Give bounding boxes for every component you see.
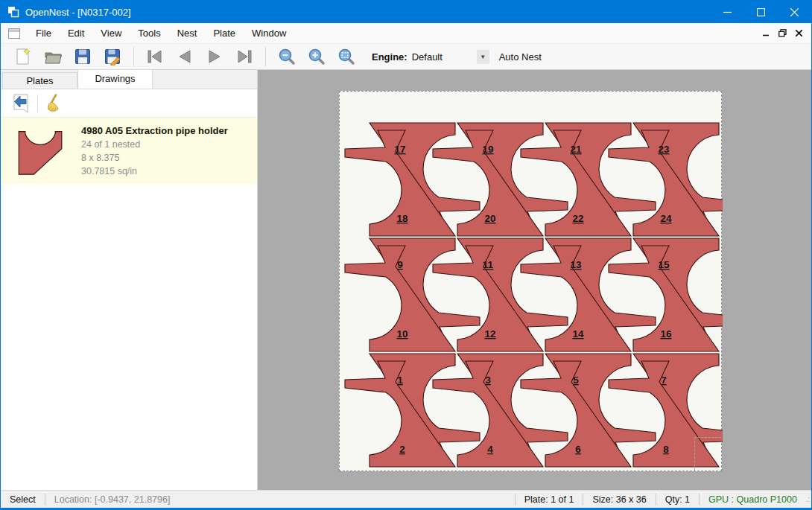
next-plate-button[interactable] <box>203 46 226 67</box>
nested-pair[interactable]: 34 <box>433 354 568 467</box>
main-area: Plates Drawings <box>1 70 811 490</box>
save-icon <box>74 48 92 66</box>
menu-bar: File Edit View Tools Nest Plate Window <box>1 23 811 43</box>
nest-canvas[interactable]: 171819202122232491011121314151612345678 <box>258 70 811 490</box>
title-bar: OpenNest - [N0317-002] <box>1 1 811 23</box>
document-back-arrow-icon <box>12 94 30 113</box>
drawings-list-empty-area <box>1 184 257 490</box>
nested-pair[interactable]: 2122 <box>521 123 656 236</box>
main-toolbar: Engine: Default ▼ Auto Nest <box>1 43 811 70</box>
nested-pair[interactable]: 910 <box>345 238 480 351</box>
mdi-close-button[interactable] <box>790 26 807 41</box>
nested-pair[interactable]: 2324 <box>609 123 723 236</box>
drawing-list-item[interactable]: 4980 A05 Extraction pipe holder 24 of 1 … <box>1 117 257 184</box>
part-number-label: 3 <box>485 374 491 386</box>
nested-pair[interactable]: 56 <box>521 354 656 467</box>
menu-plate[interactable]: Plate <box>205 24 244 42</box>
open-button[interactable] <box>42 46 64 67</box>
nested-pair[interactable]: 1516 <box>609 238 723 351</box>
minimize-button[interactable] <box>711 1 744 23</box>
zoom-out-button[interactable] <box>276 46 298 67</box>
menu-edit[interactable]: Edit <box>60 24 92 42</box>
chevron-down-icon[interactable]: ▼ <box>477 50 489 64</box>
new-document-icon <box>14 48 32 66</box>
part-number-label: 10 <box>396 328 407 340</box>
nested-pair[interactable]: 1314 <box>521 238 656 351</box>
menu-nest[interactable]: Nest <box>169 24 206 42</box>
part-number-label: 23 <box>658 144 670 155</box>
left-panel: Plates Drawings <box>1 70 258 490</box>
drawing-area: 30.7815 sq/in <box>81 166 228 176</box>
part-number-label: 4 <box>487 444 493 455</box>
mdi-restore-button[interactable] <box>774 26 790 41</box>
last-plate-button[interactable] <box>233 46 256 67</box>
menu-file[interactable]: File <box>28 24 60 42</box>
status-gpu: GPU : Quadro P1000 <box>700 494 806 505</box>
next-arrow-icon <box>206 49 223 64</box>
mdi-minimize-button[interactable] <box>758 26 774 41</box>
part-number-label: 5 <box>573 374 579 386</box>
part-thumbnail <box>11 124 71 178</box>
auto-nest-button[interactable]: Auto Nest <box>492 48 548 66</box>
first-plate-button[interactable] <box>144 46 166 67</box>
tab-strip: Plates Drawings <box>1 70 257 89</box>
last-arrow-icon <box>235 49 253 64</box>
zoom-out-icon <box>278 48 296 66</box>
menu-view[interactable]: View <box>92 24 130 42</box>
part-number-label: 20 <box>484 213 495 224</box>
part-number-label: 24 <box>660 213 672 224</box>
engine-value: Default <box>412 51 477 63</box>
part-number-label: 6 <box>575 444 581 455</box>
clear-button[interactable] <box>44 93 65 114</box>
status-plate: Plate: 1 of 1 <box>516 494 583 505</box>
zoom-in-icon <box>308 48 326 66</box>
menu-tools[interactable]: Tools <box>130 24 168 42</box>
nested-pair[interactable]: 1718 <box>345 123 480 236</box>
part-number-label: 16 <box>660 328 672 340</box>
maximize-button[interactable] <box>744 1 778 23</box>
engine-label: Engine: <box>372 51 407 63</box>
part-number-label: 2 <box>399 444 405 455</box>
tab-plates[interactable]: Plates <box>2 72 77 89</box>
new-nest-button[interactable] <box>12 46 34 67</box>
part-number-label: 18 <box>396 213 408 224</box>
offcut-marker <box>694 437 721 471</box>
plate[interactable]: 171819202122232491011121314151612345678 <box>339 91 722 471</box>
part-number-label: 13 <box>570 259 582 270</box>
part-number-label: 19 <box>482 144 493 155</box>
zoom-in-button[interactable] <box>305 46 328 67</box>
drawing-size: 8 x 8.375 <box>81 153 228 163</box>
part-number-label: 12 <box>484 328 495 340</box>
engine-select[interactable]: Default ▼ <box>412 49 489 65</box>
status-size: Size: 36 x 36 <box>583 494 655 505</box>
nested-pair[interactable]: 1920 <box>433 123 568 236</box>
save-as-button[interactable] <box>101 46 124 67</box>
zoom-fit-button[interactable] <box>335 46 358 67</box>
part-number-label: 9 <box>397 259 403 270</box>
app-window: OpenNest - [N0317-002] File Edit View To… <box>0 0 812 510</box>
part-number-label: 11 <box>483 259 494 270</box>
tab-drawings[interactable]: Drawings <box>77 69 153 89</box>
drawing-nested-count: 24 of 1 nested <box>81 139 228 150</box>
save-button[interactable] <box>72 46 94 67</box>
mdi-document-icon[interactable] <box>8 28 20 39</box>
save-edit-icon <box>104 48 121 66</box>
previous-plate-button[interactable] <box>174 46 196 67</box>
drawing-title: 4980 A05 Extraction pipe holder <box>81 123 228 136</box>
part-number-label: 7 <box>661 374 667 386</box>
drawing-item-details: 4980 A05 Extraction pipe holder 24 of 1 … <box>81 123 228 178</box>
part-number-label: 8 <box>663 444 669 455</box>
menu-window[interactable]: Window <box>244 24 294 42</box>
close-button[interactable] <box>778 1 811 23</box>
zoom-fit-icon <box>337 48 355 66</box>
return-part-button[interactable] <box>10 93 31 114</box>
part-number-label: 15 <box>658 259 670 270</box>
status-qty: Qty: 1 <box>656 494 699 505</box>
drawings-toolbar <box>1 89 257 117</box>
nested-pair[interactable]: 1112 <box>433 238 568 351</box>
broom-icon <box>45 94 63 113</box>
resize-grip[interactable]: .: <box>806 494 811 505</box>
part-number-label: 22 <box>572 213 583 224</box>
nested-pair[interactable]: 12 <box>345 354 480 467</box>
window-title: OpenNest - [N0317-002] <box>25 7 131 18</box>
